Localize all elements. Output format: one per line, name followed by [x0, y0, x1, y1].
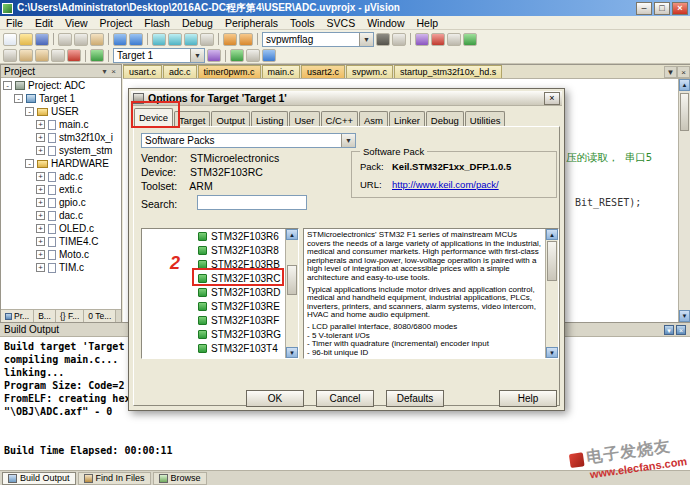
menu-help[interactable]: Help [411, 16, 445, 30]
device-item[interactable]: STM32F103RE [142, 299, 298, 313]
dialog-close-button[interactable]: × [544, 92, 560, 105]
batch-build-icon[interactable] [51, 49, 65, 62]
tree-item-project[interactable]: -Project: ADC [1, 79, 121, 92]
clear-bookmarks-icon[interactable] [200, 33, 214, 46]
minimize-button[interactable]: – [636, 2, 652, 15]
close-icon[interactable]: × [676, 325, 686, 335]
pack-url-link[interactable]: http://www.keil.com/pack/ [392, 179, 499, 190]
debug-session-icon[interactable] [463, 33, 477, 46]
file-tab-main-c[interactable]: main.c [262, 65, 301, 78]
device-list-scrollbar[interactable]: ▲ ▼ [285, 229, 298, 358]
maximize-button[interactable]: □ [654, 2, 670, 15]
configure-icon[interactable] [415, 33, 429, 46]
menu-tools[interactable]: Tools [284, 16, 321, 30]
statusbar-tab-build-output[interactable]: Build Output [2, 472, 76, 485]
tree-item-oled-c[interactable]: +OLED.c [1, 222, 121, 235]
save-icon[interactable] [35, 33, 49, 46]
tree-item-moto-c[interactable]: +Moto.c [1, 248, 121, 261]
tree-item-time4-c[interactable]: +TIME4.C [1, 235, 121, 248]
statusbar-tab-browse[interactable]: Browse [153, 472, 207, 485]
tree-item-user[interactable]: -USER [1, 105, 121, 118]
bookmark-icon[interactable] [152, 33, 166, 46]
manage-components-icon[interactable] [246, 49, 260, 62]
scroll-thumb[interactable] [547, 241, 557, 281]
tree-item-adc-c[interactable]: +adc.c [1, 170, 121, 183]
tree-item-system-stm32[interactable]: +system_stm [1, 144, 121, 157]
menu-peripherals[interactable]: Peripherals [219, 16, 284, 30]
file-tab-usart2-c[interactable]: usart2.c [301, 65, 345, 78]
tree-item-stm32f10x-it[interactable]: +stm32f10x_i [1, 131, 121, 144]
close-tab-icon[interactable]: × [677, 66, 690, 78]
scroll-up-icon[interactable]: ▲ [679, 79, 690, 91]
undo-icon[interactable] [113, 33, 127, 46]
file-tab-svpwm-c[interactable]: svpwm.c [346, 65, 393, 78]
paste-icon[interactable] [90, 33, 104, 46]
file-tab-adc-c[interactable]: adc.c [163, 65, 197, 78]
indent-icon[interactable] [223, 33, 237, 46]
download-icon[interactable] [90, 49, 104, 62]
device-item[interactable]: STM32F103R8 [142, 243, 298, 257]
statusbar-tab-find-in-files[interactable]: Find In Files [78, 472, 151, 485]
scroll-down-icon[interactable]: ▼ [286, 347, 298, 358]
file-tab-timer0pwm-c[interactable]: timer0pwm.c [198, 65, 261, 78]
target-options-icon[interactable] [207, 49, 221, 62]
target-select[interactable]: Target 1 ▼ [113, 48, 205, 63]
next-bookmark-icon[interactable] [184, 33, 198, 46]
find-in-files-icon[interactable] [376, 33, 390, 46]
pin-icon[interactable]: ▾ [100, 67, 109, 76]
scroll-up-icon[interactable]: ▲ [286, 229, 298, 240]
search-icon[interactable] [392, 33, 406, 46]
editor-scrollbar[interactable]: ▲ ▼ [678, 79, 690, 322]
tree-item-hardware[interactable]: -HARDWARE [1, 157, 121, 170]
search-input[interactable] [197, 195, 307, 210]
menu-view[interactable]: View [59, 16, 94, 30]
device-item[interactable]: STM32F103R6 [142, 229, 298, 243]
rebuild-icon[interactable] [35, 49, 49, 62]
tab-list-icon[interactable]: ▼ [664, 66, 677, 78]
pack-installer-icon[interactable] [262, 49, 276, 62]
cancel-button[interactable]: Cancel [316, 390, 374, 407]
file-tab-startup[interactable]: startup_stm32f10x_hd.s [394, 65, 502, 78]
close-button[interactable]: × [672, 2, 688, 15]
redo-icon[interactable] [129, 33, 143, 46]
scroll-down-icon[interactable]: ▼ [546, 347, 558, 358]
file-tab-usart-c[interactable]: usart.c [123, 65, 162, 78]
tree-item-gpio-c[interactable]: +gpio.c [1, 196, 121, 209]
chevron-down-icon[interactable]: ▼ [359, 33, 373, 46]
menu-svcs[interactable]: SVCS [321, 16, 362, 30]
find-combo[interactable]: svpwmflag ▼ [262, 32, 374, 47]
scroll-down-icon[interactable]: ▼ [679, 310, 690, 322]
kill-breakpoints-icon[interactable] [447, 33, 461, 46]
help-button[interactable]: Help [499, 390, 557, 407]
menu-window[interactable]: Window [361, 16, 410, 30]
copy-icon[interactable] [74, 33, 88, 46]
scroll-thumb[interactable] [287, 265, 297, 295]
software-packs-combo[interactable]: Software Packs ▼ [141, 133, 356, 148]
tree-item-dac-c[interactable]: +dac.c [1, 209, 121, 222]
chevron-down-icon[interactable]: ▼ [341, 134, 355, 147]
tree-item-target[interactable]: -Target 1 [1, 92, 121, 105]
build-icon[interactable] [19, 49, 33, 62]
description-scrollbar[interactable]: ▲ ▼ [545, 229, 558, 358]
menu-edit[interactable]: Edit [29, 16, 59, 30]
breakpoint-icon[interactable] [431, 33, 445, 46]
device-item[interactable]: STM32F103RF [142, 313, 298, 327]
tree-item-exti-c[interactable]: +exti.c [1, 183, 121, 196]
tree-item-main-c[interactable]: +main.c [1, 118, 121, 131]
pin-icon[interactable]: ▾ [664, 325, 674, 335]
stop-build-icon[interactable] [67, 49, 81, 62]
prev-bookmark-icon[interactable] [168, 33, 182, 46]
menu-file[interactable]: File [0, 16, 29, 30]
translate-icon[interactable] [3, 49, 17, 62]
scroll-thumb[interactable] [680, 93, 689, 131]
chevron-down-icon[interactable]: ▼ [190, 49, 204, 62]
tree-item-tim-c[interactable]: +TIM.c [1, 261, 121, 274]
cut-icon[interactable] [58, 33, 72, 46]
device-item[interactable]: STM32F103RD [142, 285, 298, 299]
close-icon[interactable]: × [109, 67, 118, 76]
scroll-up-icon[interactable]: ▲ [546, 229, 558, 240]
defaults-button[interactable]: Defaults [386, 390, 444, 407]
open-file-icon[interactable] [19, 33, 33, 46]
menu-flash[interactable]: Flash [138, 16, 176, 30]
ok-button[interactable]: OK [246, 390, 304, 407]
